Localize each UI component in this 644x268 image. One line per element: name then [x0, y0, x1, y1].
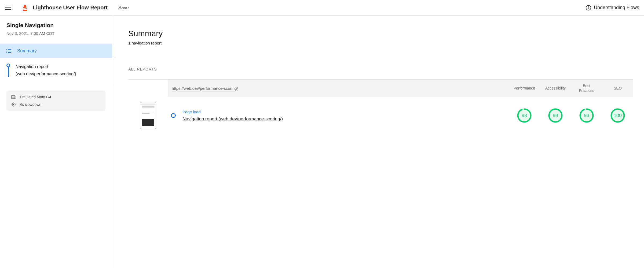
- sidebar: Single Navigation Nov 3, 2021, 7:00 AM C…: [0, 16, 112, 268]
- svg-rect-0: [12, 95, 15, 98]
- all-reports-heading: ALL REPORTS: [128, 67, 633, 71]
- col-performance: Performance: [509, 86, 540, 91]
- cpu-icon: [11, 102, 16, 107]
- save-button[interactable]: Save: [118, 5, 129, 10]
- sidebar-header: Single Navigation Nov 3, 2021, 7:00 AM C…: [0, 16, 112, 44]
- help-icon: ?: [586, 5, 591, 10]
- app-title: Lighthouse User Flow Report: [33, 5, 108, 11]
- gauge-seo[interactable]: 100: [610, 108, 625, 123]
- report-title-link[interactable]: Navigation report (web.dev/performance-s…: [182, 116, 509, 122]
- device-icon: [11, 95, 16, 99]
- screenshot-thumbnail[interactable]: [140, 102, 156, 129]
- navigation-marker-icon: [171, 113, 176, 118]
- sidebar-item-summary[interactable]: Summary: [0, 44, 112, 58]
- col-seo: SEO: [602, 86, 633, 91]
- flow-timestamp: Nov 3, 2021, 7:00 AM CDT: [6, 31, 105, 36]
- summary-subtitle: 1 navigation report: [128, 41, 644, 45]
- lighthouse-logo-icon: [22, 4, 28, 12]
- flow-title: Single Navigation: [6, 22, 105, 28]
- report-type-label: Page load: [182, 110, 509, 114]
- report-url-link[interactable]: https://web.dev/performance-scoring/: [168, 86, 509, 91]
- menu-icon[interactable]: [5, 6, 11, 10]
- main-content: Summary 1 navigation report ALL REPORTS …: [112, 16, 644, 268]
- report-table-header: https://web.dev/performance-scoring/ Per…: [168, 80, 633, 97]
- topbar: Lighthouse User Flow Report Save ? Under…: [0, 0, 644, 16]
- sidebar-item-navigation-report[interactable]: Navigation report (web.dev/performance-s…: [0, 58, 112, 84]
- svg-rect-1: [15, 96, 16, 99]
- sidebar-item-label: Summary: [17, 48, 37, 54]
- throttle-label: 4x slowdown: [20, 102, 41, 107]
- nav-report-url: (web.dev/performance-scoring/): [16, 70, 76, 77]
- understanding-flows-link[interactable]: ? Understanding Flows: [586, 5, 639, 10]
- gauge-performance[interactable]: 93: [517, 108, 532, 123]
- device-label: Emulated Moto G4: [20, 95, 51, 99]
- summary-icon: [6, 49, 11, 53]
- environment-info: Emulated Moto G4 4x slowdown: [6, 91, 105, 111]
- navigation-marker-icon: [6, 64, 10, 77]
- col-best-practices: Best Practices: [571, 83, 602, 93]
- svg-rect-4: [13, 104, 14, 105]
- col-accessibility: Accessibility: [540, 86, 571, 91]
- summary-heading: Summary: [128, 29, 644, 38]
- report-row: Page load Navigation report (web.dev/per…: [128, 97, 633, 134]
- help-link-label: Understanding Flows: [594, 5, 639, 10]
- nav-report-title: Navigation report: [16, 63, 76, 70]
- gauge-best-practices[interactable]: 93: [579, 108, 594, 123]
- gauge-accessibility[interactable]: 98: [548, 108, 563, 123]
